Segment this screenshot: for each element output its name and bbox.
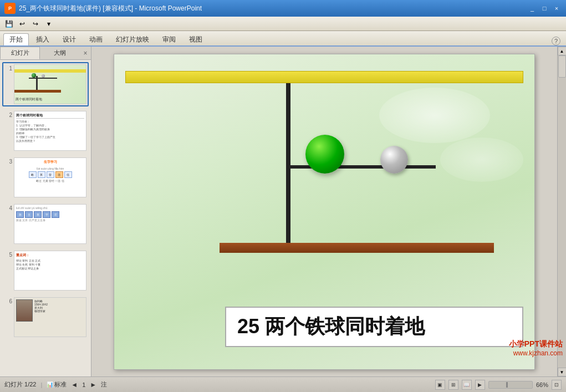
slide-preview-2: 两个铁球同时着地 学习目标： 1. 认识字符，了解内容， 2. 理解伽利略为真理… <box>14 111 86 151</box>
slide-nav-prev[interactable]: ◄ <box>71 381 78 389</box>
thumb5-title: 重点词： <box>16 253 84 258</box>
fit-slide-button[interactable]: ⊡ <box>552 380 562 390</box>
maximize-button[interactable]: □ <box>539 4 549 13</box>
title-bar-left: P 25_两个铁球同时着地(课件) [兼容模式] - Microsoft Pow… <box>4 3 202 14</box>
thumb2-line1: 学习目标： <box>16 120 84 123</box>
slide-thumb-4[interactable]: 4 luō zhī suàn yù wěng zhū 路 主 算 宇 宏 路途 … <box>2 202 89 246</box>
scroll-thumb[interactable] <box>558 55 566 78</box>
slide-num-2: 2 <box>4 112 12 118</box>
thumb2-line2: 1. 认识字符，了解内容， <box>16 124 84 127</box>
thumb2-line6: 以及作用用意？ <box>16 139 84 142</box>
slide-preview-4: luō zhī suàn yù wěng zhū 路 主 算 宇 宏 路途 文库… <box>14 204 86 244</box>
minimize-button[interactable]: _ <box>527 4 537 13</box>
scroll-up-button[interactable]: ▲ <box>558 47 567 55</box>
thumb2-line5: 3. 理解了一些了学习了上面产生 <box>16 135 84 139</box>
redo-button[interactable]: ↪ <box>30 18 41 29</box>
slide-green-ball <box>305 135 344 174</box>
tab-view[interactable]: 视图 <box>183 33 208 45</box>
view-normal-button[interactable]: ▣ <box>435 380 445 390</box>
slide-num-3: 3 <box>4 159 12 165</box>
slide-thumb-3[interactable]: 3 生字学习 lüè suàn yāng fǒu hèn 略 算 曾 违 信 <box>2 155 89 200</box>
status-bar: 幻灯片 1/22 | 📊 标准 ◄ 1 ► 注 ▣ ⊞ 📖 ▶ 66% ⊡ <box>0 376 566 392</box>
tab-insert[interactable]: 插入 <box>30 33 55 45</box>
thumb2-title: 两个铁球同时着地 <box>16 113 84 119</box>
tab-home[interactable]: 开始 <box>3 33 29 45</box>
thumb3-title: 生字学习 <box>16 160 84 165</box>
thumb6-portrait <box>16 299 33 322</box>
slide-nav-next[interactable]: ► <box>90 381 96 389</box>
undo-button[interactable]: ↩ <box>17 18 28 29</box>
slides-list: 1 两个铁球同时着地 2 <box>0 60 91 376</box>
slide-title-box[interactable]: 25 两个铁球同时着地 <box>225 307 523 347</box>
editor-area: 25 两个铁球同时着地 ▲ ▼ 小学PPT课件站 www.kjzhan.com <box>91 47 566 376</box>
title-bar: P 25_两个铁球同时着地(课件) [兼容模式] - Microsoft Pow… <box>0 0 566 17</box>
slide-main-title: 25 两个铁球同时着地 <box>237 313 425 340</box>
slide-horizontal-shelf <box>286 165 436 169</box>
help-button[interactable]: ? <box>552 37 560 45</box>
tab-slideshow[interactable]: 幻灯片放映 <box>110 33 155 45</box>
slide-preview-5: 重点词： 辩论 审判 正在 正式 辩论 生死 审判 十重 正式验证 辩证之身 <box>14 251 86 291</box>
thumb2-line3: 2. 理解伽利略为真理而献身 <box>16 128 84 131</box>
status-right: ▣ ⊞ 📖 ▶ 66% ⊡ <box>435 380 562 390</box>
ribbon-tabs: 开始 插入 设计 动画 幻灯片放映 审阅 视图 ? <box>0 31 566 45</box>
app-icon-letter: P <box>8 6 12 11</box>
status-left: 幻灯片 1/22 | 📊 标准 ◄ 1 ► 注 <box>4 380 107 389</box>
view-sorter-button[interactable]: ⊞ <box>448 380 458 390</box>
zoom-slider[interactable] <box>488 381 533 389</box>
thumb6-text: 伽利略 1564-1642 意大利 物理学家 <box>34 299 48 335</box>
slide-num-5: 5 <box>4 252 12 258</box>
thumb2-line4: 的精神 <box>16 131 84 135</box>
thumb1-text: 两个铁球同时着地 <box>16 97 42 102</box>
view-icon-normal: 📊 <box>47 381 53 388</box>
slide-canvas: 25 两个铁球同时着地 <box>114 54 535 370</box>
slide-vertical-post <box>286 83 290 244</box>
close-button[interactable]: × <box>552 4 562 13</box>
panel-tabs: 幻灯片 大纲 × <box>0 47 91 60</box>
slide-nav-num: 1 <box>82 381 85 388</box>
quick-access-dropdown[interactable]: ▾ <box>43 18 54 29</box>
tab-slides[interactable]: 幻灯片 <box>0 47 40 59</box>
cloud-decoration-1 <box>379 88 490 143</box>
cloud-decoration-2 <box>440 138 523 182</box>
tab-design[interactable]: 设计 <box>57 33 82 45</box>
window-title: 25_两个铁球同时着地(课件) [兼容模式] - Microsoft Power… <box>19 4 202 13</box>
slide-gray-ball <box>380 146 408 174</box>
status-language: 标准 <box>54 380 67 389</box>
scroll-track[interactable] <box>558 55 566 368</box>
slide-thumb-1[interactable]: 1 两个铁球同时着地 <box>2 62 89 106</box>
tab-outline[interactable]: 大纲 <box>40 47 80 59</box>
view-slideshow-button[interactable]: ▶ <box>475 380 485 390</box>
vertical-scrollbar[interactable]: ▲ ▼ <box>557 47 566 376</box>
panel-close-button[interactable]: × <box>80 47 91 60</box>
slide-preview-3: 生字学习 lüè suàn yāng fǒu hèn 略 算 曾 违 信 略过 … <box>14 157 86 197</box>
thumb4-title: luō zhī suàn yù wěng zhū <box>16 206 84 210</box>
scroll-down-button[interactable]: ▼ <box>558 368 567 376</box>
tab-review[interactable]: 审阅 <box>156 33 182 45</box>
slide-num-6: 6 <box>4 298 12 304</box>
quick-access-toolbar: 💾 ↩ ↪ ▾ <box>0 17 566 31</box>
window-controls[interactable]: _ □ × <box>527 4 562 13</box>
zoom-percent: 66% <box>536 381 548 388</box>
view-reading-button[interactable]: 📖 <box>462 380 472 390</box>
app-icon: P <box>4 3 16 14</box>
slide-preview-1: 两个铁球同时着地 <box>14 64 86 104</box>
main-area: 幻灯片 大纲 × 1 两个铁球同时着地 <box>0 47 566 376</box>
ribbon: 开始 插入 设计 动画 幻灯片放映 审阅 视图 ? <box>0 31 566 47</box>
save-button[interactable]: 💾 <box>3 18 14 29</box>
slide-brown-bar <box>220 243 494 253</box>
tab-animation[interactable]: 动画 <box>83 33 109 45</box>
slide-panel: 幻灯片 大纲 × 1 两个铁球同时着地 <box>0 47 91 376</box>
zoom-label: 注 <box>101 380 107 389</box>
slide-num-1: 1 <box>4 65 12 72</box>
slide-thumb-2[interactable]: 2 两个铁球同时着地 学习目标： 1. 认识字符，了解内容， 2. 理解伽利略为… <box>2 109 89 153</box>
slide-thumb-5[interactable]: 5 重点词： 辩论 审判 正在 正式 辩论 生死 审判 十重 正式验证 辩证之身 <box>2 248 89 293</box>
slide-scroll-area[interactable]: 25 两个铁球同时着地 <box>91 47 557 376</box>
slide-thumb-6[interactable]: 6 伽利略 1564-1642 意大利 物理学家 <box>2 295 89 339</box>
slide-yellow-bar <box>125 71 523 83</box>
slide-counter: 幻灯片 1/22 <box>4 380 36 389</box>
slide-num-4: 4 <box>4 205 12 211</box>
language-indicator: 📊 标准 <box>47 380 67 389</box>
slide-preview-6: 伽利略 1564-1642 意大利 物理学家 <box>14 297 86 337</box>
